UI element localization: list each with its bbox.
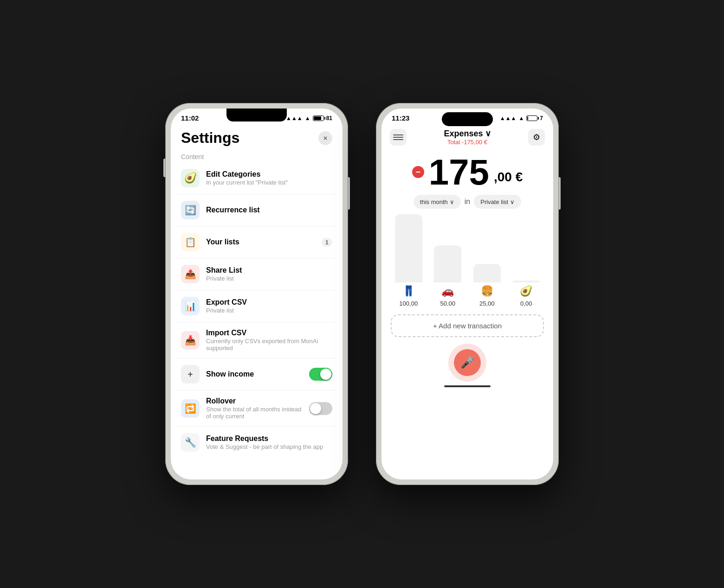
status-icons: ▲▲▲ ▲ 81 (286, 115, 332, 121)
lists-badge: 1 (322, 238, 332, 247)
wifi-icon: ▲ (305, 115, 310, 121)
menu-line (393, 134, 403, 135)
amount-integer: 175 (429, 154, 489, 190)
avocado-icon: 🥑 (181, 169, 200, 187)
item-text: Show income (206, 370, 303, 378)
item-text: Rollover Show the total of all months in… (206, 397, 303, 420)
item-title: Show income (206, 370, 303, 378)
list-arrow-icon: ∨ (510, 198, 515, 205)
minus-icon: − (412, 166, 424, 178)
settings-item-your-lists[interactable]: 📋 Your lists 1 (176, 226, 337, 258)
volume-button (163, 159, 165, 177)
item-subtitle: Currently only CSVs exported from MonAi … (206, 338, 332, 352)
amount-cents: ,00 € (494, 170, 523, 185)
item-text: Edit Categories In your current list "Pr… (206, 170, 332, 186)
power-button (348, 177, 350, 210)
mic-button[interactable]: 🎤 (454, 349, 481, 376)
menu-button[interactable] (390, 129, 407, 146)
share-icon: 📤 (181, 265, 200, 283)
chart-bar-group-1: 👖 100,00 (389, 214, 428, 307)
item-title: Edit Categories (206, 170, 332, 179)
expenses-title[interactable]: Expenses ∨ (444, 128, 491, 139)
add-transaction-button[interactable]: + Add new transaction (391, 314, 544, 337)
item-text: Export CSV Private list (206, 298, 332, 314)
chart-area: 👖 100,00 🚗 50,00 🍔 25,00 🥑 0,00 (381, 214, 553, 307)
gear-icon: ⚙ (533, 132, 540, 142)
chart-bar-2 (434, 245, 461, 282)
list-filter-label: Private list (480, 198, 508, 205)
chart-icon-2: 🚗 (441, 285, 454, 297)
settings-item-edit-categories[interactable]: 🥑 Edit Categories In your current list "… (176, 162, 337, 194)
item-text: Your lists (206, 238, 315, 246)
amount-section: − 175 ,00 € (381, 149, 553, 193)
status-time: 11:23 (392, 114, 409, 122)
settings-item-rollover[interactable]: 🔁 Rollover Show the total of all months … (176, 390, 337, 427)
settings-item-import-csv[interactable]: 📥 Import CSV Currently only CSVs exporte… (176, 322, 337, 358)
item-title: Import CSV (206, 329, 332, 337)
chart-bar-group-3: 🍔 25,00 (467, 214, 507, 307)
settings-item-export-csv[interactable]: 📊 Export CSV Private list (176, 290, 337, 322)
notch (226, 109, 287, 121)
chart-value-1: 100,00 (399, 300, 418, 307)
item-subtitle: Private list (206, 275, 332, 282)
battery-icon (526, 115, 537, 121)
status-time: 11:02 (181, 114, 199, 122)
item-title: Your lists (206, 238, 315, 246)
month-filter-label: this month (420, 198, 448, 205)
left-phone: 11:02 ▲▲▲ ▲ 81 Settings × Content 🥑 (165, 103, 348, 485)
export-icon: 📊 (181, 297, 200, 315)
battery-pct: 81 (326, 115, 332, 121)
close-button[interactable]: × (318, 131, 332, 145)
lists-icon: 📋 (181, 233, 200, 251)
feature-icon: 🔧 (181, 433, 200, 452)
menu-line (393, 139, 403, 140)
income-icon: + (181, 365, 200, 383)
item-title: Rollover (206, 397, 303, 405)
item-subtitle: In your current list "Private list" (206, 179, 332, 186)
home-bar (444, 385, 491, 387)
signal-icon: ▲▲▲ (286, 115, 303, 121)
chart-icon-1: 👖 (402, 285, 415, 297)
list-filter[interactable]: Private list ∨ (474, 195, 521, 209)
filters-row: this month ∨ in Private list ∨ (381, 193, 553, 214)
chart-icon-3: 🍔 (481, 285, 493, 297)
item-subtitle: Vote & Suggest - be part of shaping the … (206, 443, 332, 450)
item-text: Import CSV Currently only CSVs exported … (206, 329, 332, 352)
mic-section: 🎤 (381, 345, 553, 381)
mic-icon: 🎤 (460, 356, 474, 369)
menu-line (393, 137, 403, 138)
settings-button[interactable]: ⚙ (528, 129, 545, 146)
add-transaction-label: + Add new transaction (433, 322, 502, 330)
item-title: Export CSV (206, 298, 332, 307)
home-indicator (381, 381, 553, 392)
expenses-total: Total -175,00 € (444, 139, 491, 146)
settings-item-recurrence[interactable]: 🔄 Recurrence list (176, 194, 337, 226)
amount-row: − 175 ,00 € (381, 154, 553, 190)
show-income-toggle[interactable] (309, 368, 332, 381)
settings-item-show-income[interactable]: + Show income (176, 358, 337, 390)
right-phone: 11:23 ▲▲▲ ▲ 7 Expen (376, 103, 559, 485)
rollover-toggle[interactable] (309, 402, 332, 415)
settings-item-share-list[interactable]: 📤 Share List Private list (176, 258, 337, 290)
month-filter[interactable]: this month ∨ (414, 195, 461, 209)
filter-in-label: in (465, 195, 470, 209)
total-value: -175,00 € (462, 139, 487, 146)
expenses-header: Expenses ∨ Total -175,00 € ⚙ (381, 125, 553, 149)
item-text: Share List Private list (206, 266, 332, 282)
wifi-icon: ▲ (518, 115, 524, 121)
expenses-title-text: Expenses (444, 129, 483, 139)
item-title: Recurrence list (206, 206, 332, 214)
settings-title: Settings (181, 129, 239, 147)
chart-bar-group-2: 🚗 50,00 (428, 214, 468, 307)
chart-value-2: 50,00 (440, 300, 455, 307)
chart-value-3: 25,00 (479, 300, 495, 307)
item-title: Share List (206, 266, 332, 275)
item-subtitle: Private list (206, 307, 332, 314)
settings-panel: Settings × Content 🥑 Edit Categories In … (171, 125, 343, 473)
chart-bar-1 (395, 214, 422, 282)
item-title: Feature Requests (206, 435, 332, 443)
toggle-knob (320, 369, 331, 380)
section-label: Content (171, 149, 343, 162)
settings-item-feature-requests[interactable]: 🔧 Feature Requests Vote & Suggest - be p… (176, 427, 337, 458)
chart-value-4: 0,00 (520, 300, 532, 307)
